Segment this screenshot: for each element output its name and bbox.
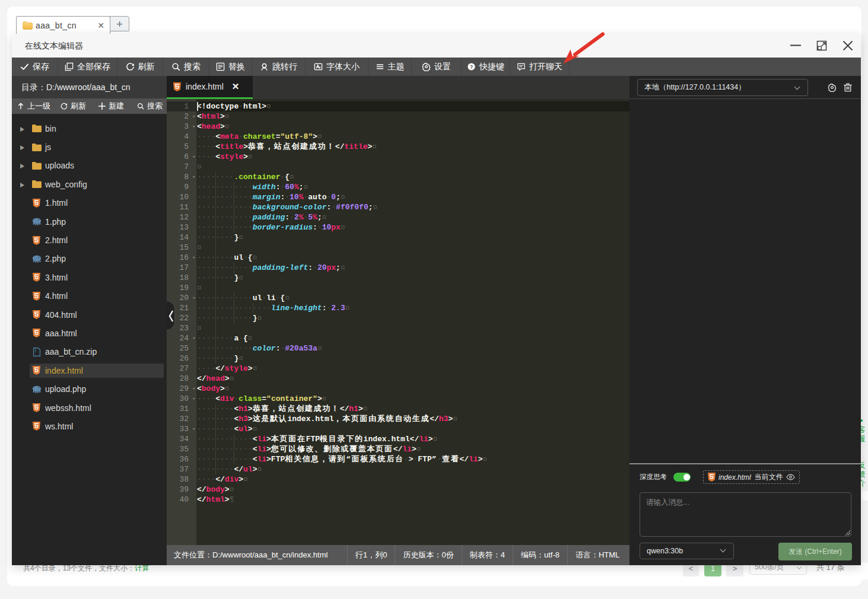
- svg-text:?: ?: [470, 64, 473, 70]
